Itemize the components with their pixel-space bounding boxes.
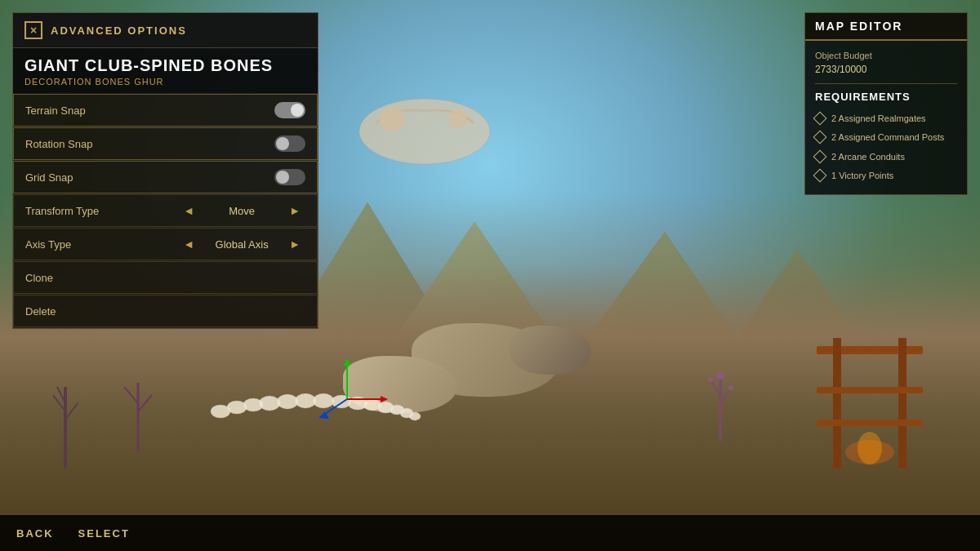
transform-prev-arrow[interactable]: ◄ [178, 202, 199, 219]
budget-divider [815, 83, 957, 84]
rotation-snap-row[interactable]: Rotation Snap [13, 127, 318, 160]
clone-row[interactable]: Clone [13, 261, 318, 294]
svg-rect-30 [817, 346, 923, 354]
bone-spine [196, 354, 523, 452]
item-main-title: GIANT CLUB-SPINED BONES [24, 56, 306, 75]
requirement-text-3: 2 Arcane Conduits [831, 151, 905, 163]
svg-point-42 [728, 385, 733, 390]
map-editor-header: MAP EDITOR [805, 13, 967, 41]
svg-point-41 [708, 377, 713, 382]
svg-line-5 [124, 387, 138, 403]
svg-point-36 [858, 432, 882, 464]
clone-label: Clone [25, 272, 53, 284]
transform-type-control: ◄ Move ► [178, 202, 305, 219]
map-editor-title: MAP EDITOR [815, 20, 957, 33]
svg-marker-22 [344, 358, 350, 366]
requirement-text-2: 2 Assigned Command Posts [831, 131, 944, 144]
bottom-bar: BACK SELECT [0, 514, 980, 551]
panel-header: × ADVANCED OPTIONS [13, 13, 318, 48]
large-bones [343, 82, 506, 180]
requirement-item-4: 1 Victory Points [805, 167, 967, 185]
axis-type-row: Axis Type ◄ Global Axis ► [13, 228, 318, 260]
diamond-icon-2 [813, 131, 827, 144]
transform-next-arrow[interactable]: ► [284, 202, 305, 219]
rotation-snap-label: Rotation Snap [25, 138, 92, 150]
svg-point-29 [448, 109, 467, 129]
svg-rect-32 [898, 338, 906, 469]
svg-line-1 [53, 395, 65, 411]
svg-rect-34 [817, 420, 923, 426]
transform-type-label: Transform Type [25, 205, 107, 217]
item-title-section: GIANT CLUB-SPINED BONES DECORATION BONES… [13, 48, 318, 93]
diamond-icon-1 [813, 112, 827, 126]
rotation-snap-toggle[interactable] [274, 136, 305, 152]
axis-type-value: Global Axis [209, 238, 274, 251]
dead-tree-2 [118, 371, 158, 452]
requirement-text-1: 2 Assigned Realmgates [831, 113, 926, 125]
grid-snap-row[interactable]: Grid Snap [13, 161, 318, 193]
requirement-item-3: 2 Arcane Conduits [805, 148, 967, 167]
back-button[interactable]: BACK [16, 522, 54, 544]
item-subtitle: DECORATION BONES GHUR [24, 77, 306, 87]
diamond-icon-4 [813, 169, 827, 183]
svg-point-28 [380, 107, 404, 131]
svg-rect-31 [833, 338, 841, 469]
dead-tree-1 [49, 371, 82, 469]
axis-prev-arrow[interactable]: ◄ [178, 236, 199, 252]
map-editor-panel: MAP EDITOR Object Budget 2733/10000 REQU… [804, 12, 968, 195]
select-button[interactable]: SELECT [78, 522, 130, 544]
svg-line-38 [710, 380, 720, 396]
object-budget-value: 2733/10000 [805, 62, 967, 80]
transform-type-value: Move [209, 205, 274, 217]
transform-type-row: Transform Type ◄ Move ► [13, 194, 318, 227]
delete-row[interactable]: Delete [13, 295, 318, 327]
terrain-snap-row[interactable]: Terrain Snap [13, 94, 318, 127]
axis-next-arrow[interactable]: ► [284, 236, 305, 252]
svg-line-6 [138, 395, 152, 411]
requirements-header: REQUIREMENTS [805, 91, 967, 109]
terrain-snap-label: Terrain Snap [25, 104, 86, 117]
requirement-item-1: 2 Assigned Realmgates [805, 109, 967, 128]
close-button[interactable]: × [24, 21, 42, 39]
grid-snap-label: Grid Snap [25, 171, 74, 184]
advanced-options-panel: × ADVANCED OPTIONS GIANT CLUB-SPINED BON… [12, 12, 318, 329]
axis-type-control: ◄ Global Axis ► [178, 236, 305, 252]
requirement-item-2: 2 Assigned Command Posts [805, 128, 967, 147]
svg-point-20 [409, 412, 421, 420]
grid-snap-toggle[interactable] [274, 169, 305, 185]
axis-type-label: Axis Type [25, 238, 107, 251]
delete-label: Delete [25, 305, 56, 318]
requirement-text-4: 1 Victory Points [831, 170, 893, 182]
plant-1 [706, 367, 735, 441]
wooden-structure [808, 305, 931, 469]
diamond-icon-3 [813, 149, 827, 163]
svg-point-13 [313, 393, 334, 408]
terrain-snap-toggle[interactable] [274, 102, 305, 118]
svg-line-39 [720, 388, 731, 404]
svg-point-40 [716, 371, 724, 380]
close-icon: × [30, 24, 37, 37]
panel-title: ADVANCED OPTIONS [51, 24, 187, 37]
object-budget-label: Object Budget [805, 47, 967, 62]
svg-line-2 [65, 403, 78, 420]
svg-rect-33 [817, 387, 923, 393]
svg-point-27 [359, 99, 490, 164]
svg-marker-24 [381, 396, 388, 402]
